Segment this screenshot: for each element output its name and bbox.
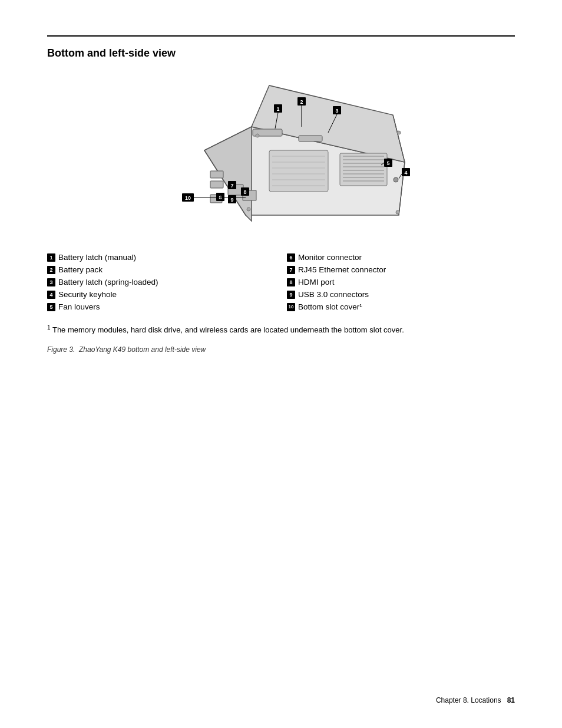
label-text-5: Fan louvers xyxy=(58,302,100,311)
label-text-6: Monitor connector xyxy=(298,253,362,262)
label-item-3: 3 Battery latch (spring-loaded) xyxy=(47,278,275,286)
page: Bottom and left-side view xyxy=(0,0,562,728)
footnote-marker: 1 xyxy=(47,324,51,331)
label-text-9: USB 3.0 connectors xyxy=(298,290,369,299)
svg-rect-6 xyxy=(269,150,328,192)
badge-9: 9 xyxy=(287,291,295,299)
label-item-5: 5 Fan louvers xyxy=(47,302,275,311)
label-item-9: 9 USB 3.0 connectors xyxy=(287,290,515,299)
label-item-4: 4 Security keyhole xyxy=(47,290,275,299)
svg-point-31 xyxy=(396,210,399,214)
top-rule xyxy=(47,35,515,37)
badge-5: 5 xyxy=(47,303,55,311)
badge-6: 6 xyxy=(287,253,295,262)
label-text-3: Battery latch (spring-loaded) xyxy=(58,278,158,286)
svg-text:1: 1 xyxy=(276,106,279,112)
badge-3: 3 xyxy=(47,278,55,286)
svg-text:3: 3 xyxy=(335,108,338,114)
badge-7: 7 xyxy=(287,266,295,274)
badge-8: 8 xyxy=(287,278,295,286)
svg-point-30 xyxy=(247,207,250,211)
svg-point-28 xyxy=(256,134,259,137)
svg-point-27 xyxy=(394,177,398,182)
svg-text:7: 7 xyxy=(230,183,233,189)
label-item-7: 7 RJ45 Ethernet connector xyxy=(287,265,515,274)
labels-grid: 1 Battery latch (manual) 6 Monitor conne… xyxy=(47,253,515,311)
label-item-8: 8 HDMI port xyxy=(287,278,515,286)
label-text-10: Bottom slot cover¹ xyxy=(298,302,362,311)
badge-1: 1 xyxy=(47,253,55,262)
svg-text:2: 2 xyxy=(300,99,303,105)
page-title: Bottom and left-side view xyxy=(47,47,515,60)
figure-caption: Figure 3. ZhaoYang K49 bottom and left-s… xyxy=(47,345,515,354)
svg-text:10: 10 xyxy=(185,195,191,201)
label-text-2: Battery pack xyxy=(58,265,103,274)
footer-page-number: 81 xyxy=(507,696,515,704)
label-item-6: 6 Monitor connector xyxy=(287,253,515,262)
svg-text:8: 8 xyxy=(243,189,246,195)
footnote-text: The memory modules, hard disk drive, and… xyxy=(52,325,404,334)
badge-4: 4 xyxy=(47,291,55,299)
label-item-1: 1 Battery latch (manual) xyxy=(47,253,275,262)
svg-text:5: 5 xyxy=(386,160,389,166)
svg-text:4: 4 xyxy=(404,170,407,176)
svg-rect-23 xyxy=(210,181,223,188)
footer-chapter: Chapter 8. Locations xyxy=(436,696,501,704)
label-item-2: 2 Battery pack xyxy=(47,265,275,274)
label-text-7: RJ45 Ethernet connector xyxy=(298,265,386,274)
badge-10: 10 xyxy=(287,303,295,311)
footnote-section: 1 The memory modules, hard disk drive, a… xyxy=(47,323,515,336)
laptop-diagram: 1 2 3 4 5 6 xyxy=(140,74,422,239)
svg-point-29 xyxy=(397,131,401,134)
label-text-1: Battery latch (manual) xyxy=(58,253,136,262)
svg-rect-5 xyxy=(299,136,322,141)
label-text-4: Security keyhole xyxy=(58,290,117,299)
diagram-container: 1 2 3 4 5 6 xyxy=(47,74,515,239)
label-item-10: 10 Bottom slot cover¹ xyxy=(287,302,515,311)
page-footer: Chapter 8. Locations 81 xyxy=(436,696,515,704)
svg-rect-22 xyxy=(210,171,223,178)
label-text-8: HDMI port xyxy=(298,278,335,286)
badge-2: 2 xyxy=(47,266,55,274)
